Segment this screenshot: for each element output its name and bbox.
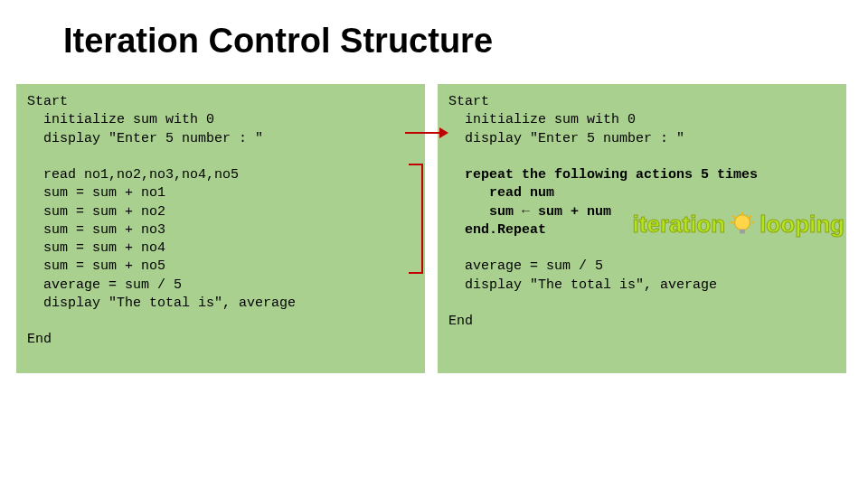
slide-title: Iteration Control Structure xyxy=(0,0,868,61)
right-panel: Start initialize sum with 0 display "Ent… xyxy=(438,84,846,373)
line: Start xyxy=(27,94,68,109)
line-bold: read num xyxy=(448,185,554,201)
line: sum = sum + no5 xyxy=(27,258,165,274)
line: average = sum / 5 xyxy=(448,258,603,274)
left-code: Start initialize sum with 0 display "Ent… xyxy=(27,93,414,350)
right-code: Start initialize sum with 0 display "Ent… xyxy=(448,93,835,331)
line: End xyxy=(27,332,52,347)
line: initialize sum with 0 xyxy=(27,112,214,127)
line: display "Enter 5 number : " xyxy=(448,131,684,146)
line: display "Enter 5 number : " xyxy=(27,131,263,146)
line: Start xyxy=(448,94,489,109)
line: initialize sum with 0 xyxy=(448,112,636,127)
line-bold: end.Repeat xyxy=(448,222,546,238)
left-panel: Start initialize sum with 0 display "Ent… xyxy=(16,84,425,373)
arrow-connector xyxy=(405,132,443,134)
line: sum = sum + no1 xyxy=(27,185,165,201)
line: display "The total is", average xyxy=(27,296,296,311)
grouping-bracket xyxy=(409,164,423,274)
line: sum = sum + no4 xyxy=(27,240,165,256)
line: End xyxy=(448,314,473,329)
line: read no1,no2,no3,no4,no5 xyxy=(27,167,239,183)
line: sum = sum + no2 xyxy=(27,204,165,220)
line-bold: sum ← sum + num xyxy=(448,204,611,220)
panels-row: Start initialize sum with 0 display "Ent… xyxy=(0,61,868,373)
line: display "The total is", average xyxy=(448,277,717,293)
line: sum = sum + no3 xyxy=(27,222,165,238)
line-bold: repeat the following actions 5 times xyxy=(448,167,758,183)
arrow-head-icon xyxy=(439,127,448,138)
line: average = sum / 5 xyxy=(27,277,182,293)
